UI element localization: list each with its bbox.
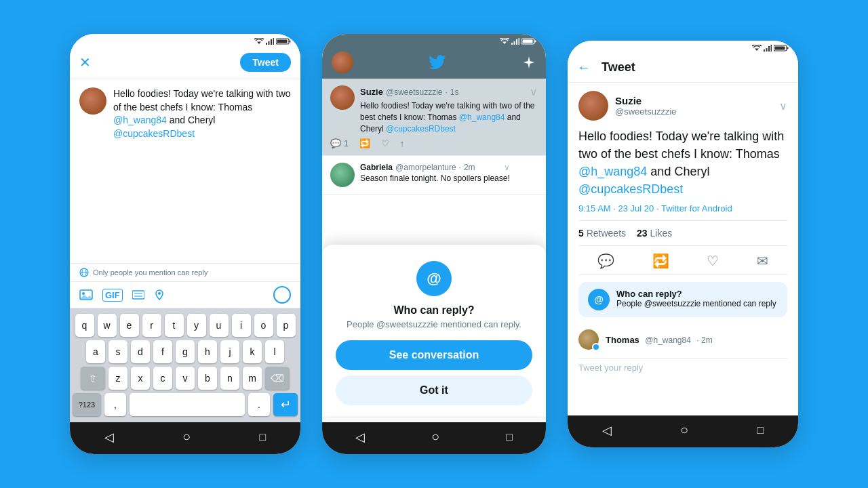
list-icon[interactable] <box>132 289 144 300</box>
nav-back-2[interactable]: ◁ <box>355 430 365 445</box>
share-icon[interactable]: ↑ <box>400 138 405 148</box>
key-t[interactable]: t <box>165 314 184 337</box>
who-can-reply-title: Who can reply? <box>616 289 776 299</box>
reply-icon[interactable]: 💬 1 <box>330 138 349 148</box>
key-m[interactable]: m <box>243 367 262 390</box>
reply-author-name: Thomas <box>606 335 639 345</box>
compose-area[interactable]: Hello foodies! Today we're talking with … <box>70 79 300 263</box>
gabriela-dot: · <box>459 163 461 172</box>
detail-retweet-icon[interactable]: 🔁 <box>652 253 669 269</box>
tweet-mention1[interactable]: @h_wang84 <box>459 113 505 122</box>
tweet-full-text: Hello foodies! Today we're talking with … <box>578 127 787 198</box>
nav-back-1[interactable]: ◁ <box>104 430 114 445</box>
key-j[interactable]: j <box>220 340 239 363</box>
close-button[interactable]: ✕ <box>79 54 91 70</box>
svg-rect-29 <box>768 46 770 52</box>
key-u[interactable]: u <box>210 314 229 337</box>
twitter-app-header <box>322 46 546 79</box>
key-o[interactable]: o <box>254 314 273 337</box>
nav-back-3[interactable]: ◁ <box>602 423 612 438</box>
signal-icon-3 <box>764 45 772 52</box>
key-d[interactable]: d <box>131 340 150 363</box>
key-shift[interactable]: ⇧ <box>81 367 105 390</box>
nav-home-2[interactable]: ○ <box>431 429 439 445</box>
retweet-icon[interactable]: 🔁 <box>359 138 370 148</box>
key-w[interactable]: w <box>98 314 117 337</box>
phone-3: ← Tweet Suzie @sweetsuzzzie ∨ Hello food… <box>568 41 798 447</box>
key-space[interactable] <box>130 393 245 416</box>
key-g[interactable]: g <box>176 340 195 363</box>
phone-2: Suzie @sweetsuzzzie · 1s ∨ Hello foodies… <box>322 34 546 454</box>
compose-mention1[interactable]: @h_wang84 <box>113 115 167 125</box>
reply-restriction-text: Only people you mention can reply <box>93 268 208 277</box>
detail-share-icon[interactable]: ✉ <box>757 253 768 269</box>
location-icon[interactable] <box>154 289 165 300</box>
key-h[interactable]: h <box>198 340 217 363</box>
svg-rect-32 <box>787 47 789 49</box>
gabriela-content: Gabriela @amorpelanture · 2m ∨ Season fi… <box>360 163 510 183</box>
tweet-author-avatar <box>578 91 608 121</box>
key-num[interactable]: ?123 <box>73 393 101 416</box>
key-z[interactable]: z <box>108 367 127 390</box>
tweet-full-mention1[interactable]: @h_wang84 <box>578 165 647 178</box>
svg-marker-0 <box>257 42 261 45</box>
retweet-stat[interactable]: 5 Retweets <box>578 228 626 239</box>
tweet-chevron[interactable]: ∨ <box>530 85 538 98</box>
tweet-full-mention2[interactable]: @cupcakesRDbest <box>578 182 683 196</box>
key-q[interactable]: q <box>75 314 94 337</box>
who-can-reply-modal: @ Who can reply? People @sweetsuzzzie me… <box>322 245 546 416</box>
key-a[interactable]: a <box>86 340 105 363</box>
suzie-name: Suzie <box>360 87 383 97</box>
detail-reply-icon[interactable]: 💬 <box>597 253 614 269</box>
key-x[interactable]: x <box>131 367 150 390</box>
key-i[interactable]: i <box>232 314 251 337</box>
key-delete[interactable]: ⌫ <box>265 367 290 390</box>
reply-author-info: Thomas @h_wang84 · 2m <box>606 333 713 346</box>
header-avatar <box>332 52 353 73</box>
tweet-time-value: 9:15 AM · 23 Jul 20 <box>578 203 654 214</box>
nav-recents-2[interactable]: □ <box>506 431 513 443</box>
back-button[interactable]: ← <box>577 60 591 75</box>
gif-icon[interactable]: GIF <box>102 289 123 302</box>
key-p[interactable]: p <box>277 314 296 337</box>
gabriela-chevron[interactable]: ∨ <box>504 163 510 172</box>
tweet-reply-input[interactable]: Tweet your reply <box>578 358 787 377</box>
key-e[interactable]: e <box>120 314 139 337</box>
nav-recents-3[interactable]: □ <box>757 424 764 436</box>
nav-recents-1[interactable]: □ <box>260 431 267 443</box>
nav-home-3[interactable]: ○ <box>680 422 688 438</box>
key-s[interactable]: s <box>108 340 127 363</box>
like-icon[interactable]: ♡ <box>381 138 389 148</box>
key-f[interactable]: f <box>153 340 172 363</box>
key-period[interactable]: . <box>248 393 270 416</box>
key-y[interactable]: y <box>187 314 206 337</box>
key-enter[interactable]: ↵ <box>273 393 298 416</box>
tweet-mention2[interactable]: @cupcakesRDbest <box>386 124 456 134</box>
key-k[interactable]: k <box>243 340 262 363</box>
battery-icon <box>276 38 291 45</box>
got-it-button[interactable]: Got it <box>336 375 532 405</box>
svg-rect-2 <box>269 41 270 45</box>
image-icon[interactable] <box>79 289 93 300</box>
key-l[interactable]: l <box>265 340 284 363</box>
keyboard[interactable]: q w e r t y u i o p a s d f g h j k l <box>70 308 300 422</box>
key-r[interactable]: r <box>142 314 161 337</box>
reply-author-handle: @h_wang84 <box>645 336 691 345</box>
key-n[interactable]: n <box>220 367 239 390</box>
tweet-button[interactable]: Tweet <box>240 53 291 72</box>
key-b[interactable]: b <box>198 367 217 390</box>
see-conversation-button[interactable]: See conversation <box>336 340 532 370</box>
tweet-detail-chevron[interactable]: ∨ <box>779 100 787 113</box>
tweet-dot: · <box>446 87 448 97</box>
nav-home-1[interactable]: ○ <box>182 429 191 445</box>
key-v[interactable]: v <box>176 367 195 390</box>
likes-stat[interactable]: 23 Likes <box>637 228 672 239</box>
tweet-source[interactable]: Twitter for Android <box>661 203 732 214</box>
globe-icon <box>79 268 89 277</box>
key-c[interactable]: c <box>153 367 172 390</box>
detail-like-icon[interactable]: ♡ <box>707 253 719 269</box>
key-comma[interactable]: , <box>104 393 126 416</box>
gabriela-text: Season finale tonight. No spoilers pleas… <box>360 174 510 183</box>
compose-mention2[interactable]: @cupcakesRDbest <box>113 128 195 139</box>
phone-1: ✕ Tweet Hello foodies! Today we're talki… <box>70 34 300 454</box>
